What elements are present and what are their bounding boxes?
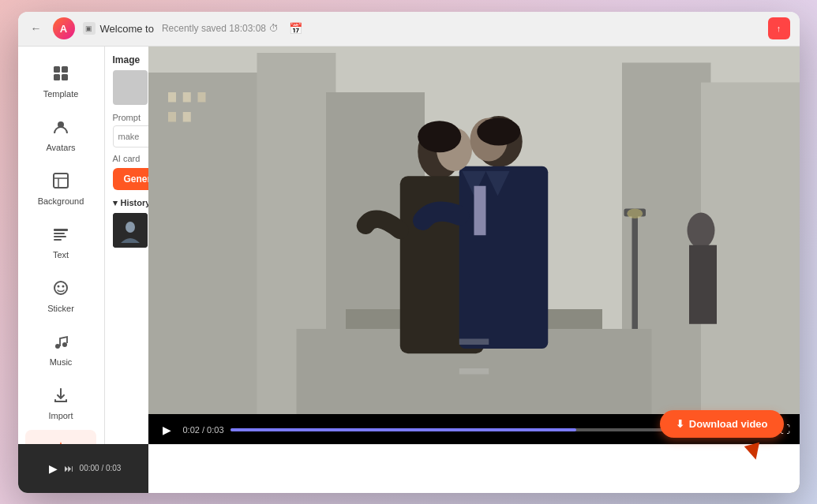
svg-rect-9 xyxy=(54,233,65,234)
video-area xyxy=(148,47,800,414)
progress-fill xyxy=(230,428,576,431)
svg-rect-8 xyxy=(54,229,68,231)
sidebar-item-import[interactable]: Import xyxy=(25,376,96,427)
avatars-icon xyxy=(48,114,73,140)
svg-point-18 xyxy=(126,222,135,233)
calendar-icon[interactable]: 📅 xyxy=(287,20,304,37)
cursor-arrow xyxy=(744,442,763,461)
sidebar-label-import: Import xyxy=(48,411,73,420)
svg-rect-48 xyxy=(459,368,489,375)
timeline-controls: ▶ ⏭ 00:00 / 0:03 xyxy=(18,462,152,475)
svg-point-16 xyxy=(62,342,67,347)
import-icon xyxy=(48,383,73,408)
app-logo: A xyxy=(53,17,75,39)
play-button[interactable]: ▶ xyxy=(158,420,177,439)
sidebar-label-text: Text xyxy=(53,250,69,259)
download-label: Download video xyxy=(689,418,768,430)
sidebar-item-template[interactable]: Template xyxy=(25,54,96,105)
svg-rect-47 xyxy=(459,338,489,345)
title-bar: ← A ▣ Welcome to Recently saved 18:03:08… xyxy=(18,12,800,47)
svg-point-46 xyxy=(627,208,643,218)
sidebar-label-template: Template xyxy=(43,89,79,99)
main-content: Template Avatars xyxy=(18,47,800,493)
svg-rect-36 xyxy=(459,166,548,348)
timeline-time: 00:00 / 0:03 xyxy=(80,464,122,472)
chevron-down-icon: ▾ xyxy=(113,198,118,208)
svg-rect-26 xyxy=(182,92,190,103)
white-panel xyxy=(148,444,800,493)
svg-rect-2 xyxy=(54,74,60,80)
svg-rect-25 xyxy=(168,92,176,103)
document-title: ▣ Welcome to xyxy=(83,22,154,35)
sidebar-label-avatars: Avatars xyxy=(46,143,75,152)
text-icon xyxy=(48,222,73,247)
svg-rect-11 xyxy=(54,239,62,241)
sidebar: Template Avatars xyxy=(18,47,105,493)
download-button-area: ⬇ Download video xyxy=(660,410,784,438)
save-status: Recently saved 18:03:08 ⏱ xyxy=(162,23,279,34)
app-window: ← A ▣ Welcome to Recently saved 18:03:08… xyxy=(18,12,800,493)
svg-rect-0 xyxy=(54,66,60,73)
svg-point-12 xyxy=(54,282,67,294)
svg-rect-10 xyxy=(54,236,66,237)
svg-rect-28 xyxy=(168,112,176,122)
template-icon xyxy=(48,61,73,86)
clock-icon: ⏱ xyxy=(269,23,279,34)
music-icon xyxy=(48,329,73,354)
background-icon xyxy=(48,168,73,193)
video-frame xyxy=(148,47,800,414)
sidebar-label-music: Music xyxy=(50,357,73,367)
video-overlay: ▶ 0:02 / 0:03 🔊 ⛶ xyxy=(148,47,800,446)
svg-rect-3 xyxy=(62,74,68,80)
download-video-button[interactable]: ⬇ Download video xyxy=(660,410,784,438)
svg-point-40 xyxy=(477,118,520,145)
svg-point-15 xyxy=(55,344,60,349)
svg-rect-44 xyxy=(631,211,638,329)
sticker-icon xyxy=(48,275,73,301)
sidebar-item-background[interactable]: Background xyxy=(25,162,96,212)
title-text: Welcome to xyxy=(100,23,154,35)
export-button[interactable]: ↑ xyxy=(768,17,790,39)
svg-point-13 xyxy=(58,285,60,287)
back-button[interactable]: ← xyxy=(28,20,45,37)
svg-rect-29 xyxy=(182,112,190,122)
history-thumb-1[interactable] xyxy=(113,213,148,248)
svg-point-42 xyxy=(687,212,714,248)
sidebar-label-background: Background xyxy=(38,196,84,206)
svg-rect-43 xyxy=(689,245,717,323)
svg-rect-5 xyxy=(54,174,68,188)
sidebar-item-avatars[interactable]: Avatars xyxy=(25,108,96,159)
svg-rect-27 xyxy=(197,92,205,103)
save-text: Recently saved 18:03:08 xyxy=(162,23,266,34)
sidebar-item-sticker[interactable]: Sticker xyxy=(25,269,96,319)
download-icon: ⬇ xyxy=(676,418,684,430)
video-time: 0:02 / 0:03 xyxy=(183,425,224,435)
history-label: History xyxy=(121,198,151,207)
svg-point-39 xyxy=(418,121,461,152)
svg-rect-20 xyxy=(148,73,267,414)
svg-rect-41 xyxy=(474,185,485,235)
sidebar-item-music[interactable]: Music xyxy=(25,323,96,373)
sidebar-item-text[interactable]: Text xyxy=(25,215,96,266)
timeline-play-button[interactable]: ▶ xyxy=(49,462,58,475)
doc-icon: ▣ xyxy=(83,22,96,35)
svg-point-14 xyxy=(62,285,65,287)
sidebar-label-sticker: Sticker xyxy=(47,304,74,313)
svg-rect-1 xyxy=(62,66,68,73)
image-thumb-1[interactable] xyxy=(113,70,148,105)
timeline-skip-end[interactable]: ⏭ xyxy=(64,463,73,474)
